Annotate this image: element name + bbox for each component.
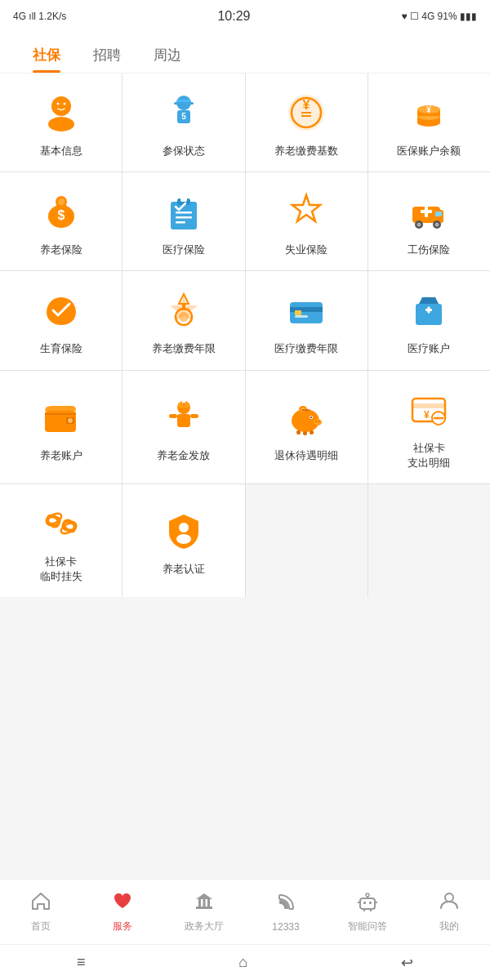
svg-point-66 xyxy=(316,421,318,422)
grid-item-medical-account[interactable]: 医疗账户 xyxy=(368,271,490,369)
svg-rect-63 xyxy=(190,414,198,418)
svg-rect-30 xyxy=(176,216,192,219)
insurance-status-label: 参保状态 xyxy=(163,144,205,158)
nav-mine[interactable]: 我的 xyxy=(408,890,490,933)
tab-shebao[interactable]: 社保 xyxy=(16,38,77,73)
basic-info-icon xyxy=(38,90,84,136)
medical-balance-label: 医保账户余额 xyxy=(397,144,461,158)
grid-empty-2 xyxy=(368,484,490,597)
medical-insurance-icon xyxy=(161,189,207,234)
svg-marker-90 xyxy=(196,893,212,899)
grid-item-pension-base[interactable]: ¥ 养老缴费基数 xyxy=(246,74,368,172)
svg-point-65 xyxy=(314,419,322,425)
hall-icon xyxy=(194,890,215,916)
grid-item-medical-years[interactable]: 医疗缴费年限 xyxy=(246,271,368,369)
nav-home[interactable]: 首页 xyxy=(0,890,82,933)
home-icon xyxy=(30,890,51,916)
service-icon xyxy=(112,890,133,916)
pension-base-label: 养老缴费基数 xyxy=(274,144,338,158)
svg-text:$: $ xyxy=(57,208,65,222)
svg-point-41 xyxy=(435,223,439,227)
person-icon xyxy=(439,890,460,916)
grid-item-unemployment-insurance[interactable]: 失业保险 xyxy=(246,172,368,270)
svg-rect-75 xyxy=(310,430,314,434)
card-expense-label: 社保卡支出明细 xyxy=(408,441,450,470)
grid-item-injury-insurance[interactable]: 工伤保险 xyxy=(368,172,490,270)
top-tabs: 社保 招聘 周边 xyxy=(0,33,490,74)
grid-item-pension-years[interactable]: 养老缴费年限 xyxy=(122,271,244,369)
pension-years-icon xyxy=(161,287,207,333)
injury-insurance-label: 工伤保险 xyxy=(408,243,450,257)
svg-rect-36 xyxy=(425,206,428,217)
basic-info-label: 基本信息 xyxy=(40,144,82,158)
pension-insurance-label: 养老保险 xyxy=(40,243,82,257)
svg-marker-32 xyxy=(292,195,320,221)
maternity-insurance-icon xyxy=(38,287,84,333)
svg-rect-72 xyxy=(301,409,310,412)
grid-item-card-expense[interactable]: ¥ 社保卡支出明细 xyxy=(368,371,490,483)
card-suspend-icon xyxy=(38,501,84,546)
grid-item-pension-insurance[interactable]: $ 养老保险 xyxy=(0,172,122,270)
medical-years-icon xyxy=(283,287,329,333)
svg-rect-52 xyxy=(428,307,430,314)
grid-item-pension-auth[interactable]: 养老认证 xyxy=(122,484,244,597)
svg-rect-37 xyxy=(435,212,442,216)
nav-service[interactable]: 服务 xyxy=(82,890,163,933)
grid-item-insurance-status[interactable]: 5 参保状态 xyxy=(122,74,244,172)
svg-rect-60 xyxy=(183,402,185,406)
svg-rect-29 xyxy=(176,212,192,214)
nav-hotline-label: 12333 xyxy=(272,921,299,933)
medical-years-label: 医疗缴费年限 xyxy=(274,341,338,356)
pension-years-label: 养老缴费年限 xyxy=(152,341,216,356)
nav-hall[interactable]: 政务大厅 xyxy=(163,890,245,933)
unemployment-insurance-icon xyxy=(283,189,329,234)
grid-item-pension-payment[interactable]: 养老金发放 xyxy=(122,371,244,483)
status-time: 10:29 xyxy=(217,9,250,24)
svg-rect-28 xyxy=(180,197,187,202)
svg-point-71 xyxy=(310,416,312,418)
robot-icon xyxy=(357,890,378,916)
grid-item-medical-balance[interactable]: ¥ 医保账户余额 xyxy=(368,74,490,172)
grid-item-pension-account[interactable]: 养老账户 xyxy=(0,371,122,483)
status-left: 4G ıll 1.2K/s xyxy=(13,11,66,22)
retirement-detail-icon xyxy=(283,394,329,440)
svg-rect-92 xyxy=(203,899,206,906)
unemployment-insurance-label: 失业保险 xyxy=(285,243,327,257)
tab-zhaopin[interactable]: 招聘 xyxy=(77,38,137,73)
nav-ai[interactable]: 智能问答 xyxy=(327,890,408,933)
svg-point-5 xyxy=(63,103,65,105)
pension-auth-icon xyxy=(161,508,207,554)
svg-rect-89 xyxy=(196,906,212,909)
svg-point-2 xyxy=(48,117,74,131)
svg-rect-96 xyxy=(369,902,372,904)
nav-hotline[interactable]: 12333 xyxy=(245,892,327,933)
grid-item-medical-insurance[interactable]: 医疗保险 xyxy=(122,172,244,270)
nav-hall-label: 政务大厅 xyxy=(185,920,224,933)
pension-account-label: 养老账户 xyxy=(40,448,82,463)
svg-point-39 xyxy=(417,223,421,227)
android-menu[interactable]: ≡ xyxy=(60,947,102,978)
svg-point-88 xyxy=(176,534,191,544)
grid-item-basic-info[interactable]: 基本信息 xyxy=(0,74,122,172)
svg-rect-93 xyxy=(207,899,210,906)
nav-home-label: 首页 xyxy=(31,920,51,933)
android-home[interactable]: ⌂ xyxy=(222,947,264,978)
medical-account-label: 医疗账户 xyxy=(408,341,450,356)
medical-balance-icon: ¥ xyxy=(406,90,452,136)
pension-base-icon: ¥ xyxy=(283,90,329,136)
svg-rect-73 xyxy=(296,430,301,434)
maternity-insurance-label: 生育保险 xyxy=(40,341,82,356)
svg-rect-62 xyxy=(169,414,177,418)
svg-text:¥: ¥ xyxy=(424,409,430,421)
battery-text: ♥ ☐ 4G 91% ▮▮▮ xyxy=(401,11,477,22)
service-grid: 基本信息 5 参保状态 xyxy=(0,74,490,597)
svg-point-24 xyxy=(58,198,65,205)
grid-item-maternity-insurance[interactable]: 生育保险 xyxy=(0,271,122,369)
grid-item-retirement-detail[interactable]: 退休待遇明细 xyxy=(246,371,368,483)
tab-zhoubian[interactable]: 周边 xyxy=(137,38,198,73)
nav-ai-label: 智能问答 xyxy=(348,920,387,933)
grid-item-card-suspend[interactable]: 社保卡临时挂失 xyxy=(0,484,122,597)
android-back[interactable]: ↩ xyxy=(385,947,430,978)
svg-point-45 xyxy=(179,312,189,322)
status-bar: 4G ıll 1.2K/s 10:29 ♥ ☐ 4G 91% ▮▮▮ xyxy=(0,0,490,33)
